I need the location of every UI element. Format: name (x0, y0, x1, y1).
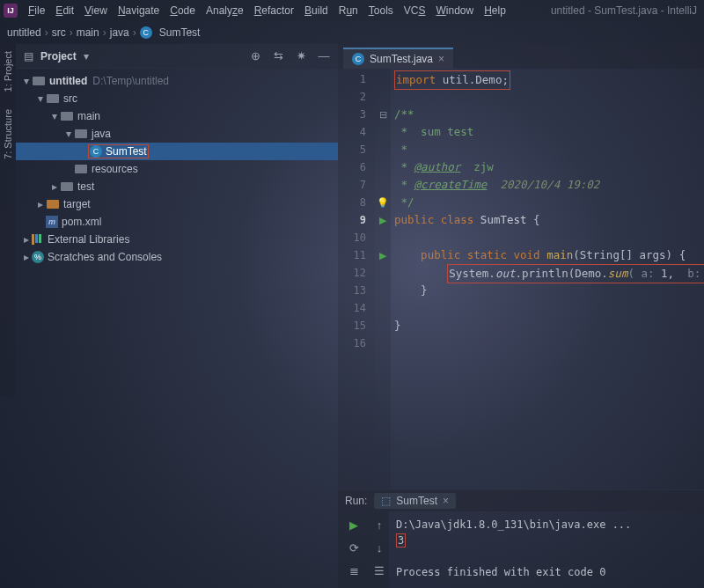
crumb-1[interactable]: src (52, 26, 66, 39)
tree-root[interactable]: ▾ untitled D:\Temp\untitled (16, 72, 338, 90)
crumb-4[interactable]: SumTest (159, 26, 201, 39)
chevron-right-icon[interactable]: ▸ (21, 251, 32, 263)
run-tab[interactable]: ⬚ SumTest × (374, 493, 456, 509)
down-button[interactable]: ↓ (371, 540, 387, 555)
menu-refactor[interactable]: Refactor (249, 4, 299, 17)
library-icon (32, 234, 44, 245)
gutter-icons: ⊟ 💡 ▶ ▶ (375, 69, 391, 489)
run-tool-window: Run: ⬚ SumTest × ▶ ⟳ ≣ ↑ ↓ ☰ (338, 489, 704, 588)
menu-analyze[interactable]: Analyze (201, 4, 249, 17)
console-line: D:\Java\jdk1.8.0_131\bin\java.exe ... (396, 517, 697, 533)
editor[interactable]: 12 34 56 78 910 1112 1314 1516 ⊟ 💡 ▶ ▶ (338, 69, 704, 489)
menu-run[interactable]: Run (334, 4, 363, 17)
tree-sumtest[interactable]: C SumTest (16, 143, 338, 160)
class-icon: C (352, 53, 364, 65)
up-button[interactable]: ↑ (371, 517, 387, 533)
hide-icon[interactable]: — (315, 48, 333, 65)
chevron-right-icon: › (133, 26, 136, 39)
run-gutter-icon[interactable]: ▶ (375, 246, 391, 264)
locate-icon[interactable]: ⊕ (246, 48, 264, 65)
intention-bulb-icon[interactable]: 💡 (375, 194, 391, 211)
maven-icon: m (46, 216, 58, 228)
chevron-right-icon[interactable]: ▸ (35, 198, 46, 210)
console-output-value: 3 (396, 533, 406, 548)
tab-label: SumTest.java (370, 53, 433, 65)
menu-window[interactable]: Window (430, 4, 479, 17)
rerun-button[interactable]: ▶ (346, 517, 362, 533)
tree-pom[interactable]: m pom.xml (16, 213, 338, 231)
tree-main[interactable]: ▾ main (16, 107, 338, 125)
tool-window-bar-left: 1: Project 7: Structure (0, 44, 16, 396)
wrap-button[interactable]: ☰ (371, 562, 387, 578)
menu-edit[interactable]: Edit (50, 4, 79, 17)
menu-code[interactable]: Code (165, 4, 201, 17)
run-toolbar: ▶ ⟳ ≣ (338, 511, 370, 588)
side-tab-project[interactable]: 1: Project (3, 51, 13, 92)
run-console[interactable]: D:\Java\jdk1.8.0_131\bin\java.exe ... 3 … (389, 511, 704, 588)
project-tree[interactable]: ▾ untitled D:\Temp\untitled ▾ src ▾ main… (16, 69, 338, 588)
run-gutter-icon[interactable]: ▶ (375, 211, 391, 229)
gear-icon[interactable]: ✷ (292, 48, 310, 65)
project-pane-title[interactable]: Project (40, 50, 77, 62)
menu-help[interactable]: Help (479, 4, 511, 17)
tree-path: D:\Temp\untitled (92, 75, 169, 87)
crumb-2[interactable]: main (77, 26, 99, 39)
chevron-right-icon: › (70, 26, 73, 39)
line-number-gutter: 12 34 56 78 910 1112 1314 1516 (338, 69, 375, 489)
tree-src[interactable]: ▾ src (16, 90, 338, 107)
chevron-right-icon: › (45, 26, 48, 39)
tab-sumtest[interactable]: C SumTest.java × (343, 48, 453, 69)
tree-test[interactable]: ▸ test (16, 178, 338, 195)
editor-tabs: C SumTest.java × (338, 44, 704, 69)
run-header: Run: ⬚ SumTest × (338, 490, 704, 511)
menubar: IJ File Edit View Navigate Code Analyze … (0, 0, 704, 21)
crumb-3[interactable]: java (110, 26, 129, 39)
class-icon: C (90, 145, 102, 158)
chevron-right-icon: › (103, 26, 106, 39)
menu-view[interactable]: View (79, 4, 113, 17)
fold-icon[interactable]: ⊟ (375, 106, 391, 123)
console-exit-line: Process finished with exit code 0 (396, 564, 697, 580)
chevron-down-icon[interactable]: ▾ (84, 50, 89, 62)
project-tool-window: ▤ Project ▾ ⊕ ⇆ ✷ — ▾ untitled D:\Temp\u… (16, 44, 338, 588)
editor-column: C SumTest.java × 12 34 56 78 910 1112 13… (338, 44, 704, 588)
menu-tools[interactable]: Tools (363, 4, 399, 17)
run-toolbar-secondary: ↑ ↓ ☰ (370, 511, 389, 588)
run-config-icon: ⬚ (381, 495, 391, 507)
chevron-right-icon[interactable]: ▸ (49, 180, 60, 193)
close-icon[interactable]: × (443, 495, 449, 507)
tree-scratches[interactable]: ▸ % Scratches and Consoles (16, 248, 338, 266)
menu-vcs[interactable]: VCS (399, 4, 431, 17)
side-tab-structure[interactable]: 7: Structure (3, 109, 13, 159)
menu-file[interactable]: File (23, 4, 50, 17)
app-logo: IJ (4, 4, 18, 18)
run-title: Run: (345, 495, 367, 507)
crumb-0[interactable]: untitled (7, 26, 41, 39)
project-pane-header: ▤ Project ▾ ⊕ ⇆ ✷ — (16, 44, 338, 69)
collapse-all-icon[interactable]: ⇆ (269, 48, 287, 65)
window-title: untitled - SumTest.java - IntelliJ (551, 4, 700, 17)
tree-resources[interactable]: resources (16, 160, 338, 178)
scratch-icon: % (32, 251, 44, 263)
menu-navigate[interactable]: Navigate (113, 4, 165, 17)
tree-target[interactable]: ▸ target (16, 195, 338, 213)
stop-button[interactable]: ⟳ (346, 540, 362, 555)
chevron-down-icon[interactable]: ▾ (21, 75, 32, 87)
chevron-down-icon[interactable]: ▾ (35, 92, 46, 105)
project-view-icon: ▤ (21, 49, 35, 63)
tree-label: untitled (49, 75, 87, 87)
chevron-right-icon[interactable]: ▸ (21, 233, 32, 246)
breadcrumb: untitled › src › main › java › C SumTest (0, 21, 704, 44)
menu-build[interactable]: Build (299, 4, 334, 17)
layout-button[interactable]: ≣ (346, 562, 362, 578)
code-area[interactable]: import util.Demo; /** * sum test * * @au… (391, 69, 704, 489)
chevron-down-icon[interactable]: ▾ (63, 128, 74, 140)
class-icon: C (140, 26, 152, 39)
tree-java[interactable]: ▾ java (16, 125, 338, 143)
close-icon[interactable]: × (438, 53, 444, 65)
tree-external-libraries[interactable]: ▸ External Libraries (16, 231, 338, 248)
chevron-down-icon[interactable]: ▾ (49, 110, 60, 122)
